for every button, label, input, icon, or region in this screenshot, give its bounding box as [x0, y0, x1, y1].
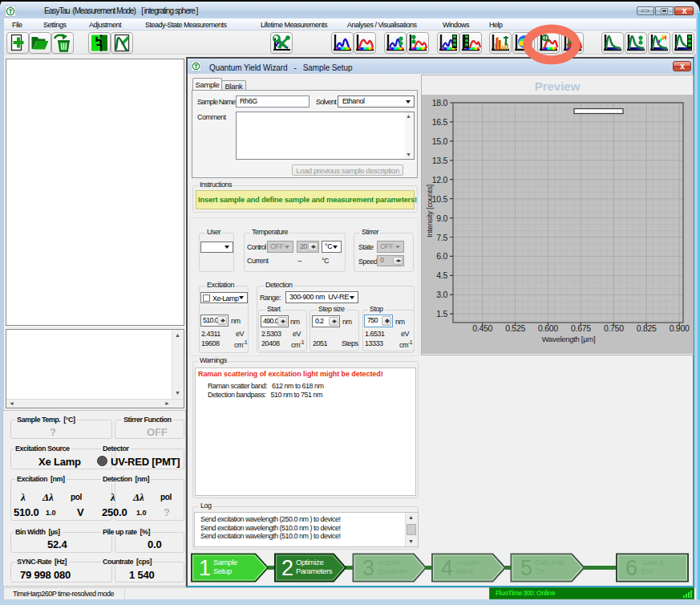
svg-text:Parameters: Parameters: [296, 566, 333, 575]
svg-text:Acquire: Acquire: [377, 558, 401, 566]
svg-text:7.5: 7.5: [436, 233, 447, 242]
svg-text:Save &: Save &: [641, 558, 665, 566]
svg-text:Acquire: Acquire: [455, 558, 479, 566]
svg-text:0.600: 0.600: [538, 323, 558, 333]
svg-text:3.0: 3.0: [436, 290, 447, 299]
svg-text:0.675: 0.675: [571, 323, 591, 333]
svg-text:4: 4: [441, 556, 453, 580]
svg-text:1: 1: [199, 556, 211, 580]
svg-text:1.5: 1.5: [436, 309, 447, 319]
svg-text:Exit: Exit: [641, 566, 653, 575]
svg-text:6: 6: [625, 556, 637, 580]
svg-text:15.0: 15.0: [432, 136, 448, 146]
svg-text:Optimize: Optimize: [296, 558, 323, 566]
svg-text:Blank: Blank: [455, 566, 473, 575]
svg-text:Setup: Setup: [213, 566, 232, 575]
svg-text:Sample: Sample: [213, 558, 237, 566]
svg-text:0.750: 0.750: [604, 323, 624, 333]
svg-text:0.525: 0.525: [505, 323, 525, 333]
svg-text:5: 5: [520, 556, 532, 580]
svg-text:9.0: 9.0: [436, 213, 447, 223]
svg-text:13.5: 13.5: [432, 156, 448, 165]
svg-text:10.5: 10.5: [432, 194, 448, 204]
svg-text:16.5: 16.5: [432, 117, 448, 127]
svg-text:3: 3: [362, 556, 374, 580]
svg-text:18.0: 18.0: [432, 98, 448, 108]
svg-text:Calculate: Calculate: [535, 558, 564, 566]
svg-text:0.825: 0.825: [637, 323, 657, 333]
svg-text:12.0: 12.0: [432, 175, 448, 185]
svg-text:4.5: 4.5: [436, 270, 447, 280]
svg-text:2: 2: [281, 556, 293, 580]
svg-text:Wavelength [µm]: Wavelength [µm]: [542, 335, 596, 343]
svg-text:6.0: 6.0: [436, 251, 447, 261]
svg-text:0.900: 0.900: [670, 323, 690, 333]
svg-text:Intensity [counts]: Intensity [counts]: [425, 185, 434, 238]
svg-text:QY: QY: [535, 566, 546, 575]
svg-text:0.450: 0.450: [472, 323, 492, 333]
svg-text:Spectrum: Spectrum: [377, 566, 407, 575]
